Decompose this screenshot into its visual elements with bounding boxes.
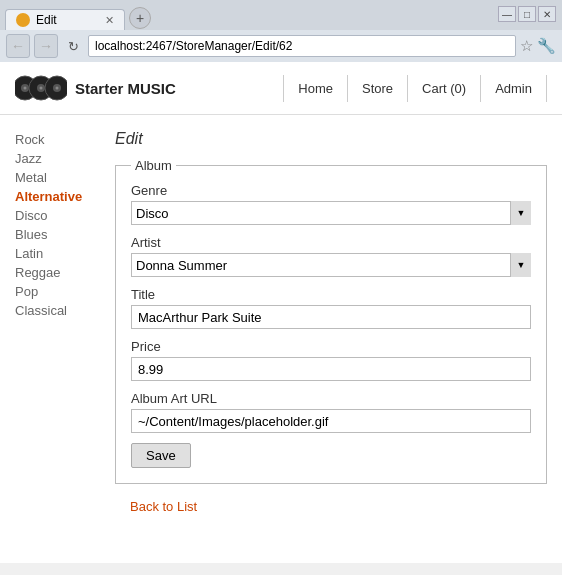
page-content: Starter MUSIC Home Store Cart (0) Admin … [0, 62, 562, 563]
minimize-button[interactable]: — [498, 6, 516, 22]
sidebar-item-disco[interactable]: Disco [15, 206, 95, 225]
sidebar-item-latin[interactable]: Latin [15, 244, 95, 263]
site-title: Starter MUSIC [75, 80, 176, 97]
svg-point-2 [24, 87, 27, 90]
settings-icon[interactable]: 🔧 [537, 37, 556, 55]
title-label: Title [131, 287, 531, 302]
refresh-button[interactable]: ↻ [62, 35, 84, 57]
bookmark-icon[interactable]: ☆ [520, 37, 533, 55]
logo-icon [15, 72, 67, 104]
nav-cart[interactable]: Cart (0) [407, 75, 480, 102]
title-input[interactable] [131, 305, 531, 329]
tab-favicon [16, 13, 30, 27]
address-input[interactable] [88, 35, 516, 57]
sidebar-item-reggae[interactable]: Reggae [15, 263, 95, 282]
nav-admin[interactable]: Admin [480, 75, 547, 102]
forward-nav-button[interactable]: → [34, 34, 58, 58]
save-button[interactable]: Save [131, 443, 191, 468]
maximize-button[interactable]: □ [518, 6, 536, 22]
artist-select-wrapper: Donna Summer Other Artist [131, 253, 531, 277]
site-header: Starter MUSIC Home Store Cart (0) Admin [0, 62, 562, 115]
sidebar-item-metal[interactable]: Metal [15, 168, 95, 187]
price-label: Price [131, 339, 531, 354]
page-wrapper: Starter MUSIC Home Store Cart (0) Admin … [0, 62, 562, 563]
tab-close-button[interactable]: ✕ [105, 14, 114, 27]
sidebar-item-alternative[interactable]: Alternative [15, 187, 95, 206]
back-nav-button[interactable]: ← [6, 34, 30, 58]
svg-point-8 [56, 87, 59, 90]
sidebar-item-jazz[interactable]: Jazz [15, 149, 95, 168]
sidebar-item-pop[interactable]: Pop [15, 282, 95, 301]
genre-select[interactable]: Rock Jazz Metal Alternative Disco Blues … [131, 201, 531, 225]
new-tab-button[interactable]: + [129, 7, 151, 29]
logo-svg [15, 72, 67, 104]
album-legend: Album [131, 158, 176, 173]
browser-tab[interactable]: Edit ✕ [5, 9, 125, 30]
genre-group: Genre Rock Jazz Metal Alternative Disco … [131, 183, 531, 225]
artist-select[interactable]: Donna Summer Other Artist [131, 253, 531, 277]
window-controls: — □ ✕ [498, 6, 556, 22]
sidebar-item-classical[interactable]: Classical [15, 301, 95, 320]
artist-group: Artist Donna Summer Other Artist [131, 235, 531, 277]
album-art-label: Album Art URL [131, 391, 531, 406]
nav-links: Home Store Cart (0) Admin [283, 75, 547, 102]
price-input[interactable] [131, 357, 531, 381]
sidebar-item-blues[interactable]: Blues [15, 225, 95, 244]
price-group: Price [131, 339, 531, 381]
album-fieldset: Album Genre Rock Jazz Metal Alternative … [115, 158, 547, 484]
edit-area: Edit Album Genre Rock Jazz Metal Alterna… [110, 125, 562, 529]
genre-select-wrapper: Rock Jazz Metal Alternative Disco Blues … [131, 201, 531, 225]
artist-label: Artist [131, 235, 531, 250]
back-to-list-link[interactable]: Back to List [115, 499, 547, 514]
edit-page-title: Edit [115, 130, 547, 148]
main-area: Rock Jazz Metal Alternative Disco Blues … [0, 115, 562, 539]
logo-area: Starter MUSIC [15, 72, 176, 104]
title-group: Title [131, 287, 531, 329]
close-button[interactable]: ✕ [538, 6, 556, 22]
nav-home[interactable]: Home [283, 75, 347, 102]
album-art-input[interactable] [131, 409, 531, 433]
album-art-group: Album Art URL [131, 391, 531, 433]
genre-label: Genre [131, 183, 531, 198]
svg-point-5 [40, 87, 43, 90]
nav-store[interactable]: Store [347, 75, 407, 102]
sidebar: Rock Jazz Metal Alternative Disco Blues … [0, 125, 110, 529]
sidebar-item-rock[interactable]: Rock [15, 130, 95, 149]
address-bar-row: ← → ↻ ☆ 🔧 [0, 30, 562, 62]
tab-title: Edit [36, 13, 57, 27]
